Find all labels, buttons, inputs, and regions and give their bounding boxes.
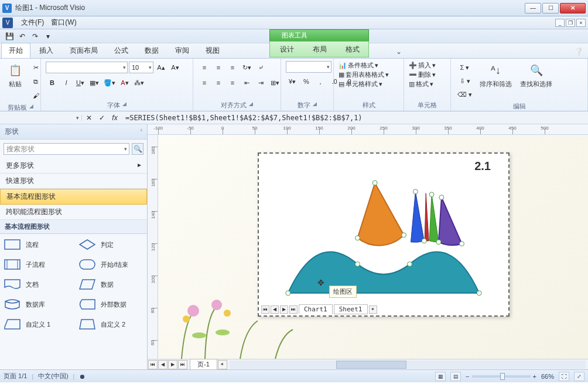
- border-button[interactable]: ▦▾: [88, 76, 101, 89]
- autosum-button[interactable]: Σ ▾: [456, 61, 474, 74]
- qat-customize-button[interactable]: ▾: [42, 31, 54, 42]
- insert-sheet-button[interactable]: ✶: [369, 305, 377, 314]
- shape-start-end[interactable]: 开始/结束: [78, 259, 143, 270]
- align-right-button[interactable]: ≡: [226, 76, 239, 89]
- page-nav-last[interactable]: ⏭: [178, 360, 187, 369]
- fill-button[interactable]: ⇩ ▾: [456, 74, 474, 87]
- align-center-button[interactable]: ≡: [212, 76, 225, 89]
- tab-review[interactable]: 审阅: [167, 43, 197, 58]
- font-size-dropdown[interactable]: 10: [129, 62, 153, 73]
- visio-orb-icon[interactable]: V: [2, 18, 13, 28]
- minimize-button[interactable]: —: [525, 3, 541, 13]
- copy-button[interactable]: ⧉: [29, 75, 42, 88]
- zoom-level[interactable]: 66%: [541, 373, 554, 380]
- sheet-nav-first[interactable]: ⏮: [261, 305, 269, 314]
- align-left-button[interactable]: ≡: [198, 76, 211, 89]
- clear-button[interactable]: ⌫ ▾: [456, 88, 474, 101]
- bold-button[interactable]: B: [46, 76, 59, 89]
- embedded-chart-object[interactable]: 2.1: [258, 152, 510, 317]
- shape-search-input[interactable]: 搜索形状: [4, 143, 129, 155]
- wrap-text-button[interactable]: ⤶: [254, 61, 267, 74]
- sheet-tab-chart1[interactable]: Chart1: [299, 304, 333, 314]
- shapes-pane-collapse-button[interactable]: ‹: [141, 127, 142, 137]
- increase-font-button[interactable]: A▴: [155, 61, 167, 74]
- tab-chart-format[interactable]: 格式: [337, 42, 368, 57]
- ribbon-collapse-button[interactable]: ⌄: [391, 45, 406, 58]
- align-bottom-button[interactable]: ≡: [226, 61, 239, 74]
- tab-chart-design[interactable]: 设计: [271, 42, 303, 57]
- align-middle-button[interactable]: ≡: [212, 61, 225, 74]
- fx-button[interactable]: fx: [110, 114, 119, 122]
- format-painter-button[interactable]: 🖌: [29, 89, 42, 102]
- sheet-nav-next[interactable]: ▶: [280, 305, 288, 314]
- tab-formulas[interactable]: 公式: [107, 43, 136, 58]
- name-box[interactable]: ▾: [0, 115, 82, 121]
- view-print-button[interactable]: ▤: [450, 372, 461, 381]
- tab-insert[interactable]: 插入: [32, 43, 61, 58]
- sort-filter-button[interactable]: ᴬ↓ 排序和筛选: [477, 61, 514, 90]
- menu-window[interactable]: 窗口(W): [47, 18, 80, 28]
- paste-button[interactable]: 📋 粘贴: [5, 61, 26, 90]
- chart-plot-area[interactable]: [276, 177, 491, 299]
- page-nav-next[interactable]: ▶: [168, 360, 177, 369]
- drawing-surface[interactable]: 2.1: [158, 135, 588, 359]
- align-top-button[interactable]: ≡: [198, 61, 211, 74]
- mdi-minimize-button[interactable]: _: [555, 19, 565, 27]
- close-button[interactable]: ✕: [560, 3, 586, 13]
- shape-subprocess[interactable]: 子流程: [4, 259, 68, 270]
- insert-page-button[interactable]: ✶: [218, 360, 227, 369]
- basic-flowchart-category[interactable]: 基本流程图形状: [0, 189, 147, 205]
- conditional-format-button[interactable]: 📊条件格式▾: [339, 61, 378, 70]
- tab-chart-layout[interactable]: 布局: [304, 42, 336, 57]
- view-normal-button[interactable]: ▦: [435, 372, 446, 381]
- shape-custom1[interactable]: 自定义 1: [4, 318, 68, 330]
- increase-indent-button[interactable]: ⇥: [254, 76, 267, 89]
- currency-button[interactable]: ¥▾: [286, 75, 299, 88]
- font-color-button[interactable]: A▾: [118, 76, 131, 89]
- insert-cells-button[interactable]: ➕插入▾: [409, 61, 436, 70]
- quick-shapes-category[interactable]: 快速形状: [0, 174, 147, 189]
- shape-external-data[interactable]: 外部数据: [78, 298, 143, 310]
- maximize-button[interactable]: ☐: [542, 3, 559, 13]
- mdi-close-button[interactable]: ×: [576, 19, 586, 27]
- shape-database[interactable]: 数据库: [4, 298, 68, 310]
- cell-styles-button[interactable]: ▤单元格样式▾: [339, 80, 382, 89]
- help-button[interactable]: ❔: [570, 45, 588, 58]
- formula-input[interactable]: =SERIES(Sheet1!$B$1,Sheet1!$A$2:$A$7,She…: [122, 114, 588, 122]
- format-cells-button[interactable]: ▥格式▾: [409, 80, 433, 89]
- menu-file[interactable]: 文件(F): [18, 18, 47, 28]
- save-button[interactable]: 💾: [4, 31, 15, 42]
- sheet-nav-prev[interactable]: ◀: [271, 305, 279, 314]
- cross-functional-category[interactable]: 跨职能流程图形状: [0, 205, 147, 220]
- delete-cells-button[interactable]: ➖删除▾: [409, 70, 436, 79]
- shape-process[interactable]: 流程: [4, 239, 68, 250]
- phonetic-button[interactable]: ⁂▾: [132, 76, 146, 89]
- fullscreen-button[interactable]: ⤢: [574, 372, 584, 381]
- number-format-dropdown[interactable]: [286, 61, 331, 73]
- merge-center-button[interactable]: ⊞▾: [268, 76, 281, 89]
- comma-button[interactable]: ,: [314, 75, 327, 88]
- macro-record-icon[interactable]: ⏺: [79, 373, 86, 380]
- format-as-table-button[interactable]: ▦套用表格格式▾: [339, 70, 389, 79]
- sheet-nav-last[interactable]: ⏭: [289, 305, 298, 314]
- alignment-dialog-launcher[interactable]: ◢: [249, 101, 253, 110]
- tab-home[interactable]: 开始: [1, 43, 30, 58]
- clipboard-dialog-launcher[interactable]: ◢: [29, 103, 33, 112]
- shape-search-button[interactable]: 🔍: [132, 143, 143, 155]
- mdi-restore-button[interactable]: ❐: [566, 19, 575, 27]
- undo-button[interactable]: ↶: [16, 31, 28, 42]
- page-nav-first[interactable]: ⏮: [148, 360, 158, 369]
- number-dialog-launcher[interactable]: ◢: [313, 101, 317, 110]
- shape-decision[interactable]: 判定: [78, 239, 143, 250]
- sheet-tab-sheet1[interactable]: Sheet1: [334, 304, 368, 314]
- scrollbar-thumb[interactable]: [336, 361, 406, 369]
- cut-button[interactable]: ✂: [29, 61, 42, 74]
- find-select-button[interactable]: 🔍 查找和选择: [518, 61, 555, 90]
- horizontal-scrollbar[interactable]: [230, 361, 586, 369]
- fit-window-button[interactable]: ⛶: [559, 372, 569, 381]
- status-language[interactable]: 中文(中国): [38, 372, 68, 381]
- decrease-font-button[interactable]: A▾: [169, 61, 182, 74]
- fill-color-button[interactable]: 🪣▾: [102, 76, 117, 89]
- shape-custom2[interactable]: 自定义 2: [78, 318, 143, 330]
- underline-button[interactable]: U▾: [74, 76, 87, 89]
